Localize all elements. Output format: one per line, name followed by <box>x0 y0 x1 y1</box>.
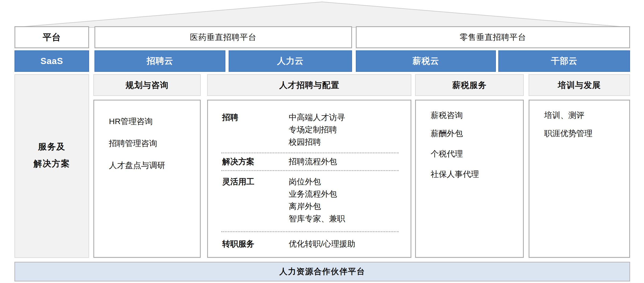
cloud-hr-box: 人力云 <box>229 50 352 72</box>
platform-architecture-diagram: 平台 医药垂直招聘平台 零售垂直招聘平台 SaaS 招聘云 人力云 薪税云 干部… <box>0 0 644 283</box>
cloud-hr-text: 人力云 <box>277 55 304 67</box>
group-label-solutions: 解决方案 <box>222 155 254 168</box>
header-payroll-tax-services: 薪税服务 <box>415 74 524 96</box>
cloud-recruiting-text: 招聘云 <box>147 55 173 67</box>
dashed-separator <box>221 152 398 153</box>
list-item: 业务流程外包 <box>289 188 337 200</box>
bottom-bar-text: 人力资源合作伙伴平台 <box>279 266 365 277</box>
sidebar-label-line2: 解决方案 <box>15 155 89 172</box>
header-talent-recruiting: 人才招聘与配置 <box>207 74 411 96</box>
sidebar-label-line1: 服务及 <box>15 138 89 155</box>
group-label-recruiting: 招聘 <box>222 111 238 124</box>
bottom-bar-hr-partner-platform: 人力资源合作伙伴平台 <box>14 262 630 281</box>
list-item: 优化转职/心理援助 <box>289 238 355 250</box>
cloud-cadre-text: 干部云 <box>551 55 577 67</box>
cloud-payroll-tax-text: 薪税云 <box>413 55 439 67</box>
list-item: 智库专家、兼职 <box>289 213 345 225</box>
saas-label-text: SaaS <box>41 56 63 66</box>
saas-row-label: SaaS <box>14 50 89 72</box>
header-payroll-tax-services-text: 薪税服务 <box>452 80 487 91</box>
platform-label-text: 平台 <box>43 31 61 43</box>
platform-retail-text: 零售垂直招聘平台 <box>460 32 526 43</box>
platform-retail-box: 零售垂直招聘平台 <box>356 26 630 48</box>
list-item: 薪税咨询 <box>431 109 463 121</box>
list-item: 培训、测评 <box>544 109 584 121</box>
header-training-development-text: 培训与发展 <box>558 80 601 91</box>
list-item: 个税代理 <box>431 148 463 160</box>
platform-medical-box: 医药垂直招聘平台 <box>94 26 352 48</box>
dashed-separator <box>221 231 398 232</box>
content-training-development: 培训、测评 职涯优势管理 <box>529 100 630 258</box>
list-item: 招聘流程外包 <box>289 155 337 168</box>
sidebar-services-solutions: 服务及 解决方案 <box>14 74 89 258</box>
cloud-recruiting-box: 招聘云 <box>94 50 225 72</box>
list-item: 人才盘点与调研 <box>109 159 165 172</box>
dashed-separator <box>221 170 398 171</box>
header-talent-recruiting-text: 人才招聘与配置 <box>279 80 339 91</box>
header-planning-consulting: 规划与咨询 <box>93 74 201 96</box>
list-item: 社保人事代理 <box>431 168 479 180</box>
sidebar-label: 服务及 解决方案 <box>15 138 89 172</box>
roof-triangle <box>0 0 644 29</box>
list-item: 招聘管理咨询 <box>109 137 157 150</box>
group-label-flexible-staffing: 灵活用工 <box>222 176 254 188</box>
list-item: 专场定制招聘 <box>289 124 337 136</box>
cloud-payroll-tax-box: 薪税云 <box>356 50 496 72</box>
content-payroll-tax: 薪税咨询 薪酬外包 个税代理 社保人事代理 <box>415 100 524 258</box>
header-training-development: 培训与发展 <box>529 74 630 96</box>
list-item: 薪酬外包 <box>431 127 463 140</box>
header-planning-consulting-text: 规划与咨询 <box>126 80 169 91</box>
content-talent-recruiting: 招聘 中高端人才访寻 专场定制招聘 校园招聘 解决方案 招聘流程外包 灵活用工 … <box>207 100 411 258</box>
list-item: 校园招聘 <box>289 136 321 148</box>
list-item: HR管理咨询 <box>109 115 153 128</box>
list-item: 中高端人才访寻 <box>289 111 345 124</box>
list-item: 职涯优势管理 <box>544 127 592 140</box>
group-label-outplacement: 转职服务 <box>222 238 254 250</box>
list-item: 离岸外包 <box>289 200 321 213</box>
list-item: 岗位外包 <box>289 176 321 188</box>
platform-medical-text: 医药垂直招聘平台 <box>190 32 257 43</box>
content-planning-consulting: HR管理咨询 招聘管理咨询 人才盘点与调研 <box>93 100 201 258</box>
platform-row-label: 平台 <box>14 26 89 48</box>
cloud-cadre-box: 干部云 <box>498 50 630 72</box>
